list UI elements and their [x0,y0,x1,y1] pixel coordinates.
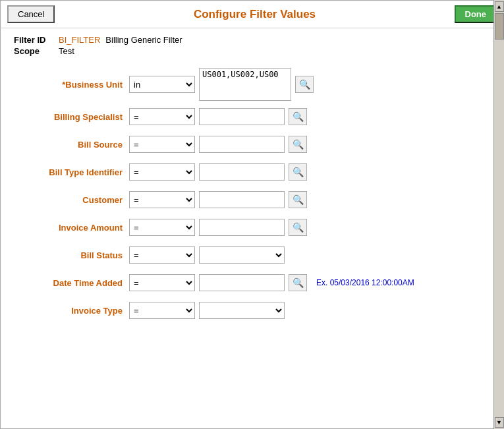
invoice-type-value[interactable] [199,302,285,319]
bill-type-identifier-label: Bill Type Identifier [7,167,129,177]
window: Cancel Configure Filter Values Done Filt… [0,0,504,429]
dialog-title: Configure Filter Values [55,8,454,21]
customer-label: Customer [7,195,129,205]
search-icon: 🔍 [293,111,304,122]
invoice-amount-search-button[interactable]: 🔍 [289,219,307,236]
bill-type-identifier-input[interactable] [199,163,285,181]
form-rows: *Business Unit in = not in between like … [7,68,490,322]
billing-specialist-label: Billing Specialist [7,112,129,122]
billing-specialist-search-button[interactable]: 🔍 [289,108,307,125]
scope-label: Scope [14,46,53,56]
invoice-amount-label: Invoice Amount [7,223,129,233]
meta-filter-row: Filter ID BI_FILTER Billing Generic Filt… [14,35,490,45]
bill-source-label: Bill Source [7,140,129,150]
search-icon: 🔍 [299,79,310,90]
search-icon: 🔍 [293,277,304,288]
business-unit-label: *Business Unit [7,80,129,90]
field-billing-specialist: Billing Specialist = != in not in like 🔍 [7,105,490,129]
date-time-added-input[interactable] [199,274,285,291]
bill-type-identifier-search-button[interactable]: 🔍 [289,163,307,181]
bill-status-operator[interactable]: = != in not in [129,246,195,264]
invoice-type-controls: = != in not in [129,302,490,319]
field-date-time-added: Date Time Added = != < > <= >= between [7,271,490,295]
field-invoice-amount: Invoice Amount = != < > <= >= between [7,215,490,239]
bill-status-value[interactable] [199,246,285,264]
scope-value: Test [59,46,74,56]
field-bill-type-identifier: Bill Type Identifier = != in not in like… [7,160,490,184]
date-time-added-operator[interactable]: = != < > <= >= between [129,274,195,291]
bill-source-search-button[interactable]: 🔍 [289,136,307,153]
filter-id-value: BI_FILTER [59,35,100,45]
business-unit-input[interactable]: US001,US002,US00 [199,68,291,101]
invoice-type-operator[interactable]: = != in not in [129,302,195,319]
search-icon: 🔍 [293,139,304,150]
cancel-button[interactable]: Cancel [7,5,55,23]
billing-specialist-controls: = != in not in like 🔍 [129,108,490,125]
meta-scope-row: Scope Test [14,46,490,56]
bill-status-label: Bill Status [7,250,129,260]
billing-specialist-operator[interactable]: = != in not in like [129,108,195,125]
invoice-type-label: Invoice Type [7,306,129,316]
content-area: Filter ID BI_FILTER Billing Generic Filt… [1,28,503,428]
date-time-added-controls: = != < > <= >= between 🔍 Ex. 05/03/20 [129,274,490,291]
customer-search-button[interactable]: 🔍 [289,191,307,208]
business-unit-controls: in = not in between like US001,US002,US0… [129,68,490,101]
field-invoice-type: Invoice Type = != in not in [7,299,490,322]
scrollbar[interactable]: ▲ ▼ [493,0,504,429]
filter-name-value: Billing Generic Filter [105,35,182,45]
date-time-example: Ex. 05/03/2016 12:00:00AM [316,278,414,287]
customer-operator[interactable]: = != in not in like [129,191,195,208]
billing-specialist-input[interactable] [199,108,285,125]
business-unit-search-button[interactable]: 🔍 [295,76,314,93]
field-business-unit: *Business Unit in = not in between like … [7,68,490,101]
scroll-down-button[interactable]: ▼ [495,417,504,428]
bill-source-operator[interactable]: = != in not in like [129,136,195,153]
search-icon: 🔍 [293,222,304,233]
titlebar: Cancel Configure Filter Values Done [1,1,503,28]
bill-source-input[interactable] [199,136,285,153]
bill-source-controls: = != in not in like 🔍 [129,136,490,153]
invoice-amount-operator[interactable]: = != < > <= >= between [129,219,195,236]
date-time-added-label: Date Time Added [7,278,129,288]
search-icon: 🔍 [293,194,304,205]
customer-controls: = != in not in like 🔍 [129,191,490,208]
scroll-up-button[interactable]: ▲ [495,1,504,12]
search-icon: 🔍 [293,167,304,177]
field-customer: Customer = != in not in like 🔍 [7,188,490,212]
bill-type-identifier-controls: = != in not in like 🔍 [129,163,490,181]
business-unit-operator[interactable]: in = not in between like [129,76,195,93]
filter-id-label: Filter ID [14,35,53,45]
invoice-amount-controls: = != < > <= >= between 🔍 [129,219,490,236]
field-bill-status: Bill Status = != in not in [7,243,490,267]
done-button[interactable]: Done [455,5,497,23]
meta-section: Filter ID BI_FILTER Billing Generic Filt… [14,35,490,56]
bill-type-identifier-operator[interactable]: = != in not in like [129,163,195,181]
bill-status-controls: = != in not in [129,246,490,264]
field-bill-source: Bill Source = != in not in like 🔍 [7,132,490,156]
customer-input[interactable] [199,191,285,208]
invoice-amount-input[interactable] [199,219,285,236]
configure-filter-dialog: Cancel Configure Filter Values Done Filt… [0,0,504,429]
date-time-added-search-button[interactable]: 🔍 [289,274,307,291]
scrollbar-thumb[interactable] [495,13,504,40]
